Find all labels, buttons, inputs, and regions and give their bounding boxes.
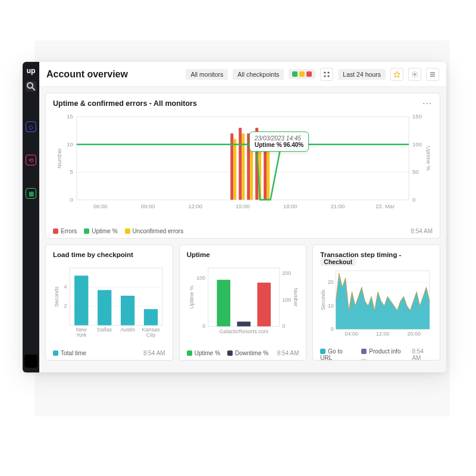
legend-item: Product info ... (361, 348, 405, 361)
svg-text:18:00: 18:00 (283, 203, 298, 209)
svg-text:Uptime %: Uptime % (425, 146, 432, 171)
legend-timestamp: 8:54 AM (277, 350, 299, 356)
svg-rect-37 (247, 133, 250, 200)
segment-checkout[interactable]: Checkout (320, 258, 356, 266)
svg-text:20:00: 20:00 (408, 331, 421, 337)
sidebar-item-2[interactable]: ⟲ (26, 155, 36, 165)
svg-text:04:00: 04:00 (345, 331, 358, 337)
legend-item: Uptime % (84, 228, 117, 234)
svg-point-0 (27, 83, 33, 88)
panel-uptime: Uptime 01000100200Uptime %NumberGalactic… (179, 245, 307, 361)
svg-rect-50 (74, 275, 88, 325)
svg-rect-53 (98, 290, 111, 325)
svg-rect-70 (257, 283, 271, 327)
status-dot-ok-icon (292, 71, 298, 77)
svg-text:0: 0 (412, 196, 415, 203)
panel-title-text: Uptime & confirmed errors - All monitors (53, 99, 197, 108)
svg-rect-68 (217, 280, 230, 326)
svg-text:Uptime %: Uptime % (189, 286, 195, 309)
sidebar-bottom-icon[interactable] (24, 355, 37, 368)
chart-load-time: 24SecondsNewYorkDallasAustinKansasCity (53, 258, 165, 347)
legend-item: Downtime % (227, 350, 268, 356)
panel-uptime-errors: Uptime & confirmed errors - All monitors… (45, 93, 440, 239)
main-area: Account overview All monitors All checkp… (39, 62, 446, 372)
legend-timestamp: 8:54 AM (411, 228, 433, 234)
svg-rect-55 (121, 296, 134, 325)
svg-rect-41 (264, 133, 267, 200)
status-dot-warn-icon (299, 71, 305, 77)
svg-text:20: 20 (328, 279, 334, 285)
svg-text:Seconds: Seconds (321, 289, 327, 310)
svg-text:21:00: 21:00 (331, 203, 345, 209)
svg-text:12:00: 12:00 (188, 203, 202, 209)
svg-text:15: 15 (67, 113, 73, 120)
svg-text:100: 100 (412, 141, 422, 148)
gear-icon[interactable] (408, 68, 421, 81)
panel-title-text: Load time by checkpoint (53, 251, 165, 258)
svg-text:10: 10 (67, 141, 73, 148)
svg-text:York: York (76, 332, 87, 338)
svg-text:200: 200 (282, 270, 291, 276)
menu-icon[interactable] (426, 68, 439, 81)
svg-text:5: 5 (70, 168, 73, 175)
svg-rect-34 (233, 139, 236, 199)
legend-timestamp: 8:54 AM (143, 350, 165, 356)
legend-item: Total time (53, 350, 86, 356)
svg-marker-6 (394, 71, 400, 77)
search-icon[interactable] (26, 81, 36, 92)
chart-uptime: 01000100200Uptime %NumberGalacticResorts… (187, 258, 299, 347)
svg-text:City: City (146, 332, 156, 338)
svg-point-43 (278, 145, 283, 149)
filter-checkpoints[interactable]: All checkpoints (233, 69, 284, 80)
svg-text:2: 2 (64, 303, 67, 309)
svg-text:Seconds: Seconds (54, 286, 60, 307)
svg-text:100: 100 (196, 275, 205, 281)
filter-monitors[interactable]: All monitors (186, 69, 228, 80)
svg-rect-42 (267, 139, 270, 199)
svg-text:4: 4 (64, 284, 67, 290)
svg-point-7 (414, 73, 416, 75)
sidebar-item-1[interactable]: ◇ (26, 121, 36, 132)
svg-rect-38 (250, 139, 253, 199)
svg-text:0: 0 (282, 323, 285, 329)
svg-text:10: 10 (328, 303, 334, 309)
page-title: Account overview (46, 69, 128, 80)
svg-text:0: 0 (70, 196, 73, 203)
svg-text:Number: Number (56, 148, 62, 168)
svg-rect-57 (144, 309, 158, 325)
status-filter[interactable] (289, 69, 315, 79)
svg-text:150: 150 (412, 113, 422, 120)
svg-text:0: 0 (202, 323, 205, 329)
star-icon[interactable] (390, 68, 403, 81)
legend-item: Uptime % (187, 350, 220, 356)
svg-line-1 (32, 87, 35, 90)
legend-timestamp: 8:54 AM (412, 348, 433, 361)
svg-point-3 (328, 71, 330, 73)
svg-point-4 (324, 75, 326, 77)
panel-transaction: Transaction step timing - Checkout 01020… (312, 245, 440, 361)
svg-rect-69 (237, 321, 250, 326)
legend-item: Go to URL (320, 348, 354, 361)
svg-text:0: 0 (331, 326, 334, 332)
svg-rect-33 (230, 133, 233, 200)
sidebar: up ◇ ⟲ ▦ (23, 62, 39, 372)
panel-row: Load time by checkpoint 24SecondsNewYork… (45, 245, 440, 361)
panel-title-text: Transaction step timing - Checkout (320, 251, 433, 265)
svg-text:12:00: 12:00 (376, 331, 389, 337)
svg-text:22. Mar: 22. Mar (375, 203, 394, 209)
svg-text:09:00: 09:00 (141, 203, 155, 209)
svg-point-2 (324, 71, 326, 73)
grid-view-icon[interactable] (320, 68, 333, 81)
svg-rect-36 (242, 133, 245, 200)
filter-range[interactable]: Last 24 hours (338, 69, 386, 80)
chart-uptime-errors: 05101505010015006:0009:0012:0015:0018:00… (53, 109, 433, 226)
status-dot-err-icon (306, 71, 312, 77)
svg-text:GalacticResorts.com: GalacticResorts.com (219, 328, 268, 334)
panel-more-icon[interactable]: ··· (423, 99, 433, 108)
svg-text:Number: Number (293, 288, 299, 307)
svg-rect-35 (239, 128, 242, 200)
svg-text:Dallas: Dallas (97, 327, 112, 333)
sidebar-item-3[interactable]: ▦ (26, 188, 36, 199)
panel-load-time: Load time by checkpoint 24SecondsNewYork… (45, 245, 173, 361)
svg-point-5 (328, 75, 330, 77)
